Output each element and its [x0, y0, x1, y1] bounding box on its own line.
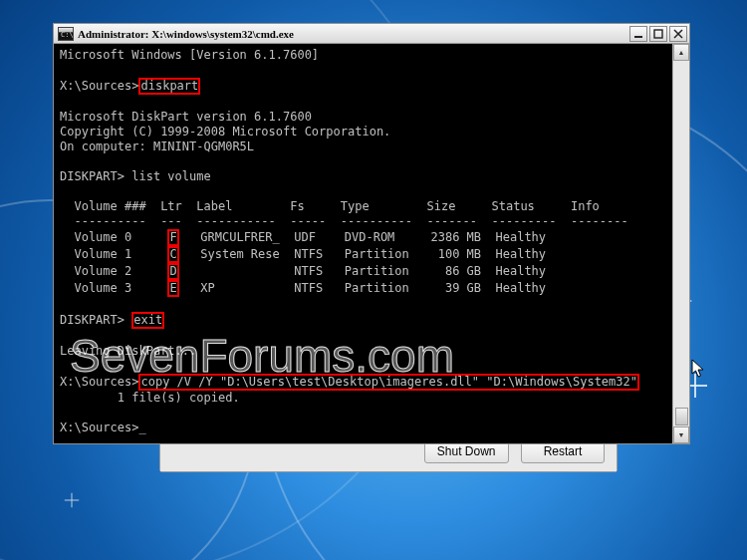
desktop-background: C:\ Command Prompt Open a command prompt…	[0, 0, 747, 560]
scrollbar[interactable]: ▲ ▼	[672, 44, 689, 443]
terminal-line: X:\Sources>copy /V /Y "D:\Users\test\Des…	[60, 374, 666, 391]
terminal-line: Microsoft DiskPart version 6.1.7600	[60, 110, 666, 125]
terminal-line: On computer: MININT-QGM0R5L	[60, 140, 666, 154]
table-row: Volume 3 E XP NTFS Partition 39 GB Healt…	[60, 280, 666, 297]
cmd-window: C:\ Administrator: X:\windows\system32\c…	[53, 23, 690, 444]
close-button[interactable]	[669, 26, 687, 42]
highlight-copy-cmd: copy /V /Y "D:\Users\test\Desktop\imager…	[138, 374, 639, 391]
table-header: Volume ### Ltr Label Fs Type Size Status…	[60, 199, 666, 214]
table-rule: ---------- --- ----------- ----- -------…	[60, 214, 666, 229]
scroll-up-button[interactable]: ▲	[673, 44, 689, 61]
terminal-line: 1 file(s) copied.	[60, 391, 666, 406]
terminal-line: DISKPART> list volume	[60, 169, 666, 184]
highlight-ltr: F	[167, 229, 178, 246]
highlight-ltr: D	[167, 263, 178, 280]
window-title: Administrator: X:\windows\system32\cmd.e…	[78, 28, 629, 40]
terminal-line: Leaving DiskPart...	[60, 344, 666, 359]
sparkle-icon	[65, 493, 79, 507]
maximize-button[interactable]	[649, 26, 667, 42]
table-row: Volume 0 F GRMCULFRER_ UDF DVD-ROM 2386 …	[60, 229, 666, 246]
highlight-ltr: C	[167, 246, 178, 263]
terminal[interactable]: Microsoft Windows [Version 6.1.7600] X:\…	[54, 44, 672, 443]
table-row: Volume 1 C System Rese NTFS Partition 10…	[60, 246, 666, 263]
scroll-thumb[interactable]	[675, 408, 688, 425]
terminal-line: DISKPART> exit	[60, 312, 666, 329]
minimize-button[interactable]	[629, 26, 647, 42]
terminal-line: X:\Sources>diskpart	[60, 78, 666, 95]
table-row: Volume 2 D NTFS Partition 86 GB Healthy	[60, 263, 666, 280]
scroll-down-button[interactable]: ▼	[673, 426, 689, 443]
svg-rect-0	[634, 36, 642, 38]
highlight-diskpart: diskpart	[138, 78, 200, 95]
highlight-ltr: E	[167, 280, 178, 297]
svg-rect-1	[654, 30, 662, 38]
titlebar[interactable]: C:\ Administrator: X:\windows\system32\c…	[54, 24, 689, 44]
system-menu-icon[interactable]: C:\	[58, 27, 74, 41]
terminal-line: Microsoft Windows [Version 6.1.7600]	[60, 48, 666, 63]
terminal-prompt: X:\Sources>	[60, 420, 666, 435]
highlight-exit: exit	[131, 312, 164, 329]
terminal-line: Copyright (C) 1999-2008 Microsoft Corpor…	[60, 125, 666, 140]
